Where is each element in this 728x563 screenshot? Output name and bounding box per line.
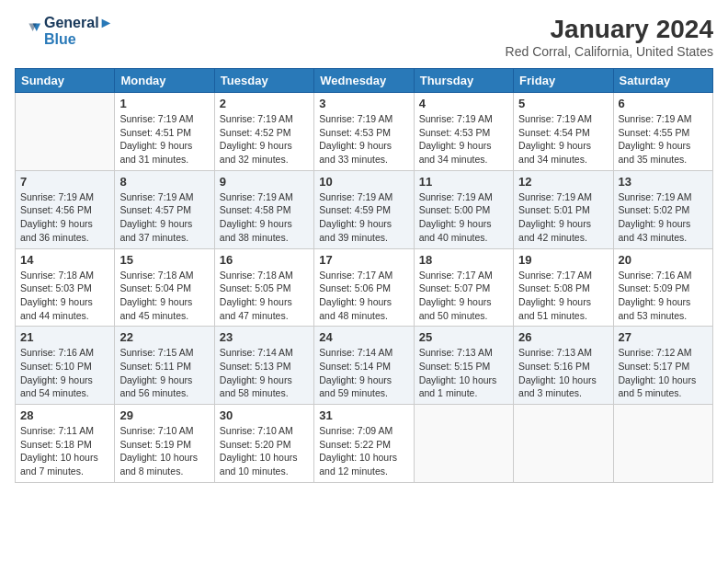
calendar-cell: 11Sunrise: 7:19 AM Sunset: 5:00 PM Dayli…: [414, 170, 513, 248]
calendar-cell: 14Sunrise: 7:18 AM Sunset: 5:03 PM Dayli…: [16, 248, 115, 327]
calendar-header-row: SundayMondayTuesdayWednesdayThursdayFrid…: [16, 69, 713, 93]
day-number: 29: [119, 408, 209, 422]
day-of-week-header: Monday: [115, 69, 214, 93]
calendar-cell: 6Sunrise: 7:19 AM Sunset: 4:55 PM Daylig…: [613, 93, 712, 171]
day-info: Sunrise: 7:19 AM Sunset: 5:02 PM Dayligh…: [619, 190, 708, 245]
day-number: 23: [220, 330, 309, 344]
calendar-cell: [613, 405, 712, 483]
day-number: 5: [518, 97, 608, 110]
calendar-cell: 19Sunrise: 7:17 AM Sunset: 5:08 PM Dayli…: [514, 248, 613, 327]
calendar-cell: 2Sunrise: 7:19 AM Sunset: 4:52 PM Daylig…: [214, 93, 313, 171]
day-of-week-header: Thursday: [414, 69, 513, 93]
logo: General► Blue: [15, 15, 113, 48]
day-of-week-header: Sunday: [16, 69, 115, 93]
day-number: 14: [20, 253, 109, 267]
calendar-table: SundayMondayTuesdayWednesdayThursdayFrid…: [15, 68, 713, 483]
day-number: 13: [619, 175, 708, 189]
day-info: Sunrise: 7:14 AM Sunset: 5:13 PM Dayligh…: [220, 346, 309, 400]
logo-text: General► Blue: [44, 15, 113, 48]
calendar-week-row: 14Sunrise: 7:18 AM Sunset: 5:03 PM Dayli…: [16, 248, 713, 327]
day-number: 30: [220, 408, 309, 422]
day-info: Sunrise: 7:19 AM Sunset: 4:53 PM Dayligh…: [419, 112, 508, 167]
calendar-cell: 9Sunrise: 7:19 AM Sunset: 4:58 PM Daylig…: [214, 170, 313, 248]
calendar-cell: 1Sunrise: 7:19 AM Sunset: 4:51 PM Daylig…: [115, 93, 214, 171]
calendar-cell: 21Sunrise: 7:16 AM Sunset: 5:10 PM Dayli…: [16, 327, 115, 405]
day-of-week-header: Wednesday: [314, 69, 414, 93]
calendar-cell: [414, 405, 513, 483]
calendar-cell: 27Sunrise: 7:12 AM Sunset: 5:17 PM Dayli…: [613, 327, 712, 405]
day-number: 28: [20, 408, 109, 422]
day-number: 19: [518, 253, 608, 267]
calendar-cell: 25Sunrise: 7:13 AM Sunset: 5:15 PM Dayli…: [414, 327, 513, 405]
day-info: Sunrise: 7:10 AM Sunset: 5:20 PM Dayligh…: [220, 424, 309, 478]
day-info: Sunrise: 7:19 AM Sunset: 4:53 PM Dayligh…: [319, 112, 408, 167]
day-number: 4: [419, 97, 508, 110]
day-number: 9: [220, 175, 309, 189]
day-info: Sunrise: 7:19 AM Sunset: 5:01 PM Dayligh…: [518, 190, 608, 245]
calendar-cell: 16Sunrise: 7:18 AM Sunset: 5:05 PM Dayli…: [214, 248, 313, 327]
calendar-cell: 17Sunrise: 7:17 AM Sunset: 5:06 PM Dayli…: [314, 248, 414, 327]
calendar-cell: 28Sunrise: 7:11 AM Sunset: 5:18 PM Dayli…: [16, 405, 115, 483]
day-number: 7: [20, 175, 109, 189]
calendar-cell: 29Sunrise: 7:10 AM Sunset: 5:19 PM Dayli…: [115, 405, 214, 483]
day-info: Sunrise: 7:18 AM Sunset: 5:04 PM Dayligh…: [119, 269, 209, 323]
day-number: 25: [419, 330, 508, 344]
calendar-cell: 10Sunrise: 7:19 AM Sunset: 4:59 PM Dayli…: [314, 170, 414, 248]
day-info: Sunrise: 7:16 AM Sunset: 5:10 PM Dayligh…: [20, 346, 109, 400]
day-info: Sunrise: 7:13 AM Sunset: 5:15 PM Dayligh…: [419, 346, 508, 400]
calendar-week-row: 7Sunrise: 7:19 AM Sunset: 4:56 PM Daylig…: [16, 170, 713, 248]
calendar-cell: 4Sunrise: 7:19 AM Sunset: 4:53 PM Daylig…: [414, 93, 513, 171]
day-info: Sunrise: 7:17 AM Sunset: 5:06 PM Dayligh…: [319, 269, 408, 323]
day-info: Sunrise: 7:17 AM Sunset: 5:07 PM Dayligh…: [419, 269, 508, 323]
day-info: Sunrise: 7:19 AM Sunset: 4:57 PM Dayligh…: [119, 190, 209, 245]
calendar-cell: 13Sunrise: 7:19 AM Sunset: 5:02 PM Dayli…: [613, 170, 712, 248]
calendar-cell: 18Sunrise: 7:17 AM Sunset: 5:07 PM Dayli…: [414, 248, 513, 327]
day-number: 17: [319, 253, 408, 267]
day-number: 2: [220, 97, 309, 110]
day-info: Sunrise: 7:19 AM Sunset: 4:51 PM Dayligh…: [119, 112, 209, 167]
page-header: General► Blue January 2024 Red Corral, C…: [15, 15, 713, 59]
calendar-cell: 31Sunrise: 7:09 AM Sunset: 5:22 PM Dayli…: [314, 405, 414, 483]
calendar-week-row: 28Sunrise: 7:11 AM Sunset: 5:18 PM Dayli…: [16, 405, 713, 483]
day-of-week-header: Tuesday: [214, 69, 313, 93]
calendar-cell: [514, 405, 613, 483]
calendar-cell: 24Sunrise: 7:14 AM Sunset: 5:14 PM Dayli…: [314, 327, 414, 405]
day-info: Sunrise: 7:15 AM Sunset: 5:11 PM Dayligh…: [119, 346, 209, 400]
day-info: Sunrise: 7:19 AM Sunset: 4:55 PM Dayligh…: [619, 112, 708, 167]
day-info: Sunrise: 7:19 AM Sunset: 4:54 PM Dayligh…: [518, 112, 608, 167]
day-info: Sunrise: 7:19 AM Sunset: 4:58 PM Dayligh…: [220, 190, 309, 245]
day-number: 1: [119, 97, 209, 110]
location: Red Corral, California, United States: [506, 44, 713, 59]
calendar-cell: 3Sunrise: 7:19 AM Sunset: 4:53 PM Daylig…: [314, 93, 414, 171]
day-info: Sunrise: 7:14 AM Sunset: 5:14 PM Dayligh…: [319, 346, 408, 400]
calendar-week-row: 1Sunrise: 7:19 AM Sunset: 4:51 PM Daylig…: [16, 93, 713, 171]
day-number: 10: [319, 175, 408, 189]
calendar-cell: 8Sunrise: 7:19 AM Sunset: 4:57 PM Daylig…: [115, 170, 214, 248]
calendar-cell: 26Sunrise: 7:13 AM Sunset: 5:16 PM Dayli…: [514, 327, 613, 405]
calendar-cell: 5Sunrise: 7:19 AM Sunset: 4:54 PM Daylig…: [514, 93, 613, 171]
day-info: Sunrise: 7:16 AM Sunset: 5:09 PM Dayligh…: [619, 269, 708, 323]
day-info: Sunrise: 7:09 AM Sunset: 5:22 PM Dayligh…: [319, 424, 408, 478]
day-number: 27: [619, 330, 708, 344]
calendar-cell: 23Sunrise: 7:14 AM Sunset: 5:13 PM Dayli…: [214, 327, 313, 405]
day-info: Sunrise: 7:13 AM Sunset: 5:16 PM Dayligh…: [518, 346, 608, 400]
day-number: 20: [619, 253, 708, 267]
day-number: 8: [119, 175, 209, 189]
day-of-week-header: Saturday: [613, 69, 712, 93]
day-info: Sunrise: 7:19 AM Sunset: 4:52 PM Dayligh…: [220, 112, 309, 167]
calendar-cell: 7Sunrise: 7:19 AM Sunset: 4:56 PM Daylig…: [16, 170, 115, 248]
calendar-cell: [16, 93, 115, 171]
logo-icon: [15, 18, 40, 44]
month-year: January 2024: [506, 15, 713, 44]
day-number: 15: [119, 253, 209, 267]
day-number: 21: [20, 330, 109, 344]
calendar-cell: 30Sunrise: 7:10 AM Sunset: 5:20 PM Dayli…: [214, 405, 313, 483]
calendar-cell: 22Sunrise: 7:15 AM Sunset: 5:11 PM Dayli…: [115, 327, 214, 405]
calendar-cell: 20Sunrise: 7:16 AM Sunset: 5:09 PM Dayli…: [613, 248, 712, 327]
calendar-week-row: 21Sunrise: 7:16 AM Sunset: 5:10 PM Dayli…: [16, 327, 713, 405]
day-number: 18: [419, 253, 508, 267]
day-number: 11: [419, 175, 508, 189]
day-number: 22: [119, 330, 209, 344]
day-info: Sunrise: 7:17 AM Sunset: 5:08 PM Dayligh…: [518, 269, 608, 323]
day-number: 16: [220, 253, 309, 267]
